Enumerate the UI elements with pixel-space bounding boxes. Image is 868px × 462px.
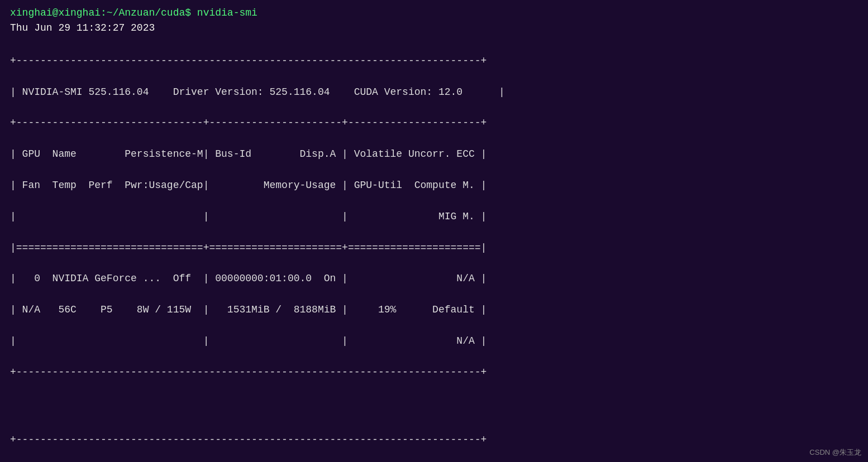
col-header1: | GPU Name Persistence-M| Bus-Id Disp.A …: [10, 147, 858, 162]
col-header2: | Fan Temp Perf Pwr:Usage/Cap| Memory-Us…: [10, 178, 858, 194]
border-double: |===============================+=======…: [10, 240, 858, 256]
border-mid: +-------------------------------+-------…: [10, 116, 858, 131]
watermark: CSDN @朱玉龙: [809, 447, 861, 458]
prompt-user: xinghai@xinghai:~/Anzuan/cuda$ nvidia-sm…: [10, 7, 257, 18]
terminal-window: xinghai@xinghai:~/Anzuan/cuda$ nvidia-sm…: [10, 6, 858, 462]
smi-output: +---------------------------------------…: [10, 38, 858, 411]
processes-section: +---------------------------------------…: [10, 417, 858, 462]
gpu-row1: | 0 NVIDIA GeForce ... Off | 00000000:01…: [10, 271, 858, 287]
prompt-line: xinghai@xinghai:~/Anzuan/cuda$ nvidia-sm…: [10, 6, 858, 21]
border-proc-top: +---------------------------------------…: [10, 432, 858, 448]
gpu-row3: | | | N/A |: [10, 334, 858, 349]
border-top: +---------------------------------------…: [10, 54, 858, 69]
date-line: Thu Jun 29 11:32:27 2023: [10, 21, 858, 36]
smi-header: | NVIDIA-SMI 525.116.04 Driver Version: …: [10, 85, 858, 100]
gpu-row2: | N/A 56C P5 8W / 115W | 1531MiB / 8188M…: [10, 302, 858, 318]
border-bot: +---------------------------------------…: [10, 365, 858, 381]
col-header3: | | | MIG M. |: [10, 209, 858, 225]
